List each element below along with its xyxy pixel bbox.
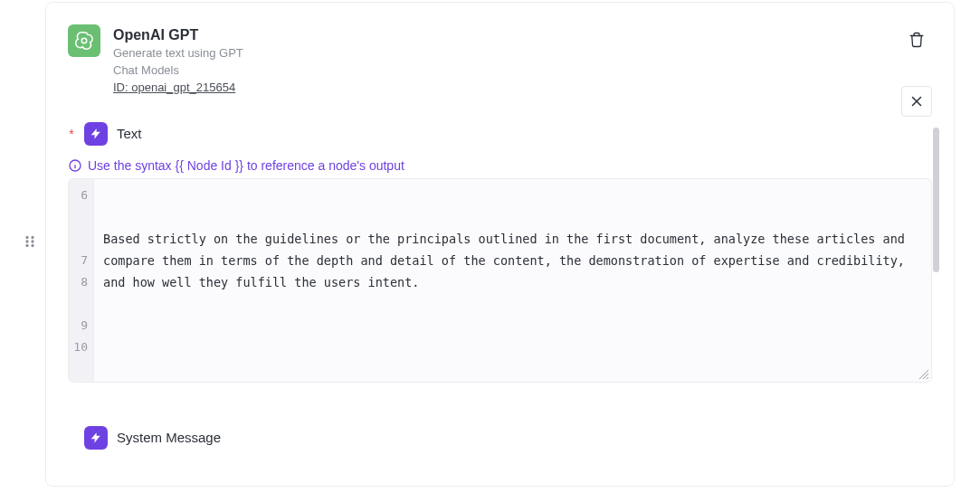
gutter-line: 10	[69, 337, 93, 358]
code-line	[103, 337, 922, 358]
line-gutter: 6 7 8 9 10	[69, 179, 94, 382]
bolt-icon	[84, 426, 108, 450]
gutter-line: 9	[69, 315, 93, 337]
svg-line-14	[927, 377, 928, 379]
gutter-line: 8	[69, 271, 93, 293]
code-line: Based strictly on the guidelines or the …	[103, 228, 922, 293]
svg-point-1	[32, 237, 33, 239]
svg-point-3	[32, 241, 33, 242]
gutter-line: 6	[69, 185, 93, 206]
svg-point-5	[32, 245, 33, 247]
openai-icon	[68, 24, 100, 57]
required-asterisk: *	[68, 127, 75, 141]
code-content[interactable]: Based strictly on the guidelines or the …	[94, 179, 931, 382]
node-subtitle-2: Chat Models	[113, 62, 243, 80]
node-panel: OpenAI GPT Generate text using GPT Chat …	[45, 2, 955, 487]
delete-button[interactable]	[901, 24, 932, 55]
panel-header: OpenAI GPT Generate text using GPT Chat …	[46, 3, 954, 97]
text-editor[interactable]: 6 7 8 9 10 Based strictly on the guideli…	[68, 178, 932, 383]
header-text: OpenAI GPT Generate text using GPT Chat …	[113, 24, 243, 97]
syntax-hint-text: Use the syntax {{ Node Id }} to referenc…	[88, 158, 404, 173]
svg-point-4	[26, 245, 28, 247]
gutter-line: 7	[69, 250, 93, 271]
bolt-icon	[84, 122, 108, 146]
node-title: OpenAI GPT	[113, 24, 243, 45]
syntax-hint: Use the syntax {{ Node Id }} to referenc…	[68, 158, 932, 173]
svg-point-0	[26, 237, 28, 239]
system-message-label: System Message	[117, 430, 221, 445]
close-button[interactable]	[901, 86, 932, 117]
resize-handle[interactable]	[917, 367, 929, 380]
drag-handle[interactable]	[20, 232, 40, 251]
svg-point-6	[81, 38, 87, 43]
system-message-heading: System Message	[46, 426, 954, 450]
svg-point-2	[26, 241, 28, 242]
header-actions	[901, 24, 932, 117]
text-section-label: Text	[117, 126, 142, 141]
text-section-heading: * Text	[46, 122, 954, 146]
scrollbar-thumb[interactable]	[933, 128, 939, 272]
node-subtitle-1: Generate text using GPT	[113, 45, 243, 62]
node-id-link[interactable]: ID: openai_gpt_215654	[113, 80, 243, 97]
